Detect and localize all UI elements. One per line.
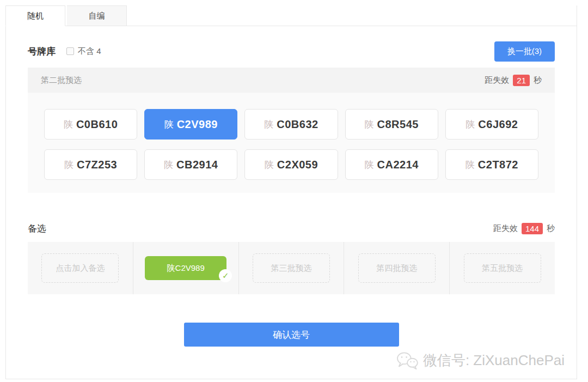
library-title: 号牌库 — [28, 45, 56, 58]
expiry-prefix: 距失效 — [485, 75, 509, 86]
tab-custom[interactable]: 自编 — [67, 5, 127, 26]
plate-number: C2T872 — [478, 159, 518, 171]
watermark-text: 微信号: ZiXuanChePai — [423, 351, 565, 370]
alt-slot-2: 陕C2V989 — [133, 242, 238, 294]
plate-number: CA2214 — [377, 159, 419, 171]
plate-province: 陕 — [164, 159, 173, 171]
plate-number: C8R545 — [377, 118, 419, 131]
plate-province: 陕 — [465, 118, 475, 131]
tab-random[interactable]: 随机 — [5, 5, 65, 26]
plate-option[interactable]: 陕 C2X059 — [244, 149, 338, 180]
change-batch-button[interactable]: 换一批(3) — [494, 41, 555, 62]
batch-4-placeholder[interactable]: 第四批预选 — [358, 253, 436, 283]
check-icon — [219, 269, 232, 282]
batch-5-placeholder[interactable]: 第五批预选 — [464, 253, 541, 283]
expiry-suffix: 秒 — [547, 223, 555, 234]
panel-content: 号牌库 不含 4 换一批(3) 第二批预选 距失效 21 秒 — [6, 41, 577, 347]
main-panel: 随机 自编 号牌库 不含 4 换一批(3) 第二批预选 距失效 21 秒 — [5, 5, 577, 379]
plate-province: 陕 — [265, 159, 274, 171]
alt-slot-4: 第四批预选 — [344, 242, 449, 294]
exclude-4-label: 不含 4 — [78, 46, 101, 57]
plate-option[interactable]: 陕 C0B610 — [44, 109, 137, 140]
plate-option[interactable]: 陕 C0B632 — [244, 109, 338, 140]
alternate-selected-plate[interactable]: 陕C2V989 — [145, 256, 226, 280]
expiry-prefix: 距失效 — [493, 223, 518, 234]
plate-province: 陕 — [164, 118, 174, 131]
alternate-plate-label: 陕C2V989 — [167, 263, 205, 274]
wechat-icon — [396, 351, 419, 370]
plate-number: C6J692 — [478, 118, 518, 131]
plate-province: 陕 — [465, 159, 475, 171]
plate-province: 陕 — [365, 118, 374, 131]
plates-grid: 陕 C0B610 陕 C2V989 陕 C0B632 陕 C8R545 — [44, 109, 538, 180]
add-alternate-button[interactable]: 点击加入备选 — [41, 253, 119, 283]
expiry-countdown-badge: 21 — [513, 75, 530, 86]
alternates-area: 点击加入备选 陕C2V989 第三批预选 第四批预选 第五批预选 — [28, 242, 555, 294]
exclude-4-checkbox[interactable] — [66, 47, 74, 55]
plate-option[interactable]: 陕 CB2914 — [144, 149, 237, 180]
confirm-row: 确认选号 — [28, 323, 555, 347]
library-header-row: 号牌库 不含 4 换一批(3) — [28, 41, 555, 62]
plate-province: 陕 — [365, 159, 374, 171]
plate-option[interactable]: 陕 C6J692 — [445, 109, 538, 140]
plate-number: C7Z253 — [77, 159, 117, 171]
plate-selection-page: 随机 自编 号牌库 不含 4 换一批(3) 第二批预选 距失效 21 秒 — [0, 0, 588, 382]
alternates-title: 备选 — [28, 222, 46, 235]
expiry-countdown-badge: 144 — [522, 223, 543, 234]
alt-slot-5: 第五批预选 — [449, 242, 555, 294]
plate-option[interactable]: 陕 C2T872 — [445, 149, 538, 180]
plate-province: 陕 — [64, 118, 73, 131]
plate-option[interactable]: 陕 C7Z253 — [44, 149, 137, 180]
alternates-header-row: 备选 距失效 144 秒 — [28, 222, 555, 235]
plate-number: CB2914 — [176, 159, 218, 171]
confirm-selection-button[interactable]: 确认选号 — [184, 323, 399, 347]
plate-number: C2X059 — [277, 159, 318, 171]
batch-header-bar: 第二批预选 距失效 21 秒 — [28, 68, 555, 93]
alternates-expiry: 距失效 144 秒 — [493, 223, 555, 234]
expiry-suffix: 秒 — [534, 75, 542, 86]
tab-bar: 随机 自编 — [5, 5, 577, 26]
plate-number: C2V989 — [177, 118, 218, 131]
batch-title: 第二批预选 — [41, 75, 82, 86]
plate-number: C0B632 — [277, 118, 318, 131]
watermark: 微信号: ZiXuanChePai — [396, 351, 565, 370]
alt-slot-3: 第三批预选 — [238, 242, 344, 294]
plate-option[interactable]: 陕 CA2214 — [345, 149, 438, 180]
alt-slot-1: 点击加入备选 — [28, 242, 133, 294]
plate-province: 陕 — [64, 159, 74, 171]
batch-3-placeholder[interactable]: 第三批预选 — [253, 253, 330, 283]
plate-option-selected[interactable]: 陕 C2V989 — [144, 109, 237, 140]
plate-option[interactable]: 陕 C8R545 — [345, 109, 438, 140]
plate-number: C0B610 — [76, 118, 118, 131]
batch-expiry: 距失效 21 秒 — [485, 75, 542, 86]
plates-area: 陕 C0B610 陕 C2V989 陕 C0B632 陕 C8R545 — [28, 93, 555, 193]
plate-province: 陕 — [264, 118, 273, 131]
